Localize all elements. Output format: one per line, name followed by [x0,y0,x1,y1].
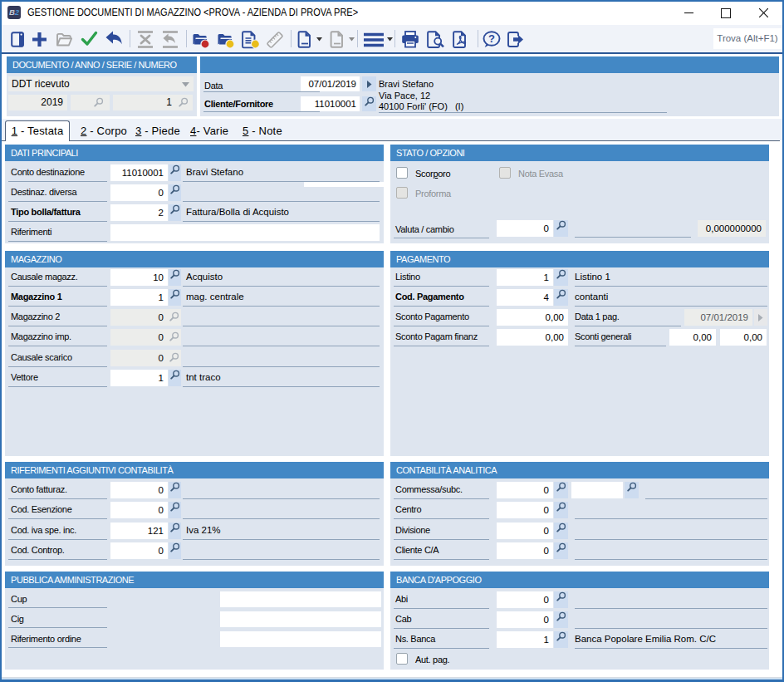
svg-text:?: ? [488,32,495,45]
